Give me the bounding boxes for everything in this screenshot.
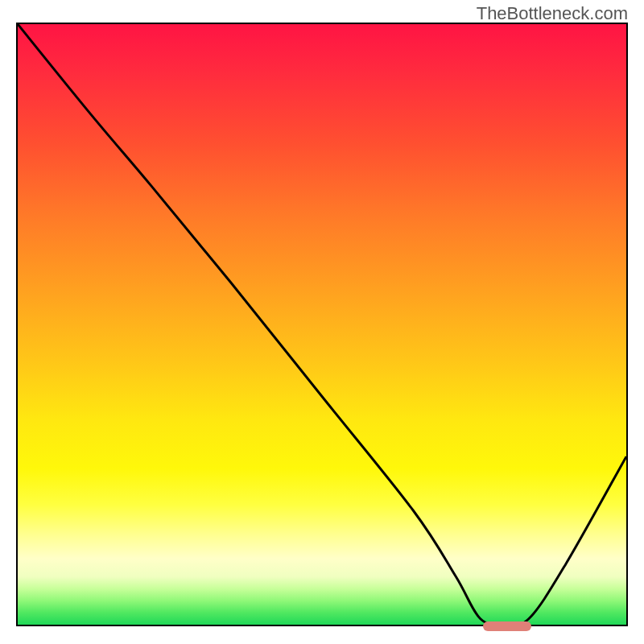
optimal-marker <box>483 621 532 631</box>
watermark-text: TheBottleneck.com <box>477 3 628 24</box>
chart-plot-area <box>16 23 628 626</box>
chart-curve-svg <box>18 24 626 625</box>
bottleneck-curve-line <box>18 24 626 625</box>
